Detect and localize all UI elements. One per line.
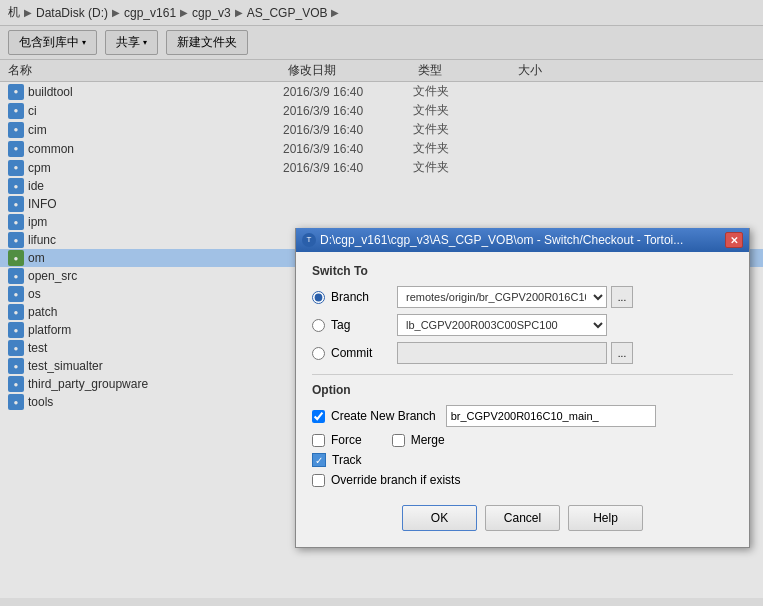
commit-radio-row: Commit ... [312,342,733,364]
commit-dropdown-row: ... [397,342,633,364]
tag-radio-row: Tag lb_CGPV200R003C00SPC100 [312,314,733,336]
tortoise-icon: T [302,233,316,247]
track-checkbox-visual: ✓ [312,453,326,467]
merge-label: Merge [411,433,445,447]
divider [312,374,733,375]
radio-group: Branch remotes/origin/br_CGPV200R016C10_… [312,286,733,364]
force-label: Force [331,433,362,447]
dialog-titlebar: T D:\cgp_v161\cgp_v3\AS_CGP_VOB\om - Swi… [296,228,749,252]
cancel-button[interactable]: Cancel [485,505,560,531]
create-new-branch-label: Create New Branch [331,409,436,423]
ok-button[interactable]: OK [402,505,477,531]
force-checkbox[interactable] [312,434,325,447]
merge-row: Merge [392,433,445,447]
create-branch-row: Create New Branch [312,405,733,427]
branch-dropdown-row: remotes/origin/br_CGPV200R016C10_main_ .… [397,286,633,308]
switch-to-label: Switch To [312,264,733,278]
branch-radio-label: Branch [331,290,391,304]
option-section: Option Create New Branch Force Merge [312,383,733,487]
branch-browse-button[interactable]: ... [611,286,633,308]
branch-radio-row: Branch remotes/origin/br_CGPV200R016C10_… [312,286,733,308]
new-branch-name-input[interactable] [446,405,656,427]
option-label: Option [312,383,733,397]
branch-radio[interactable] [312,291,325,304]
tag-dropdown-row: lb_CGPV200R003C00SPC100 [397,314,607,336]
commit-browse-button[interactable]: ... [611,342,633,364]
force-row: Force [312,433,362,447]
force-merge-row: Force Merge [312,433,733,447]
override-checkbox[interactable] [312,474,325,487]
help-button[interactable]: Help [568,505,643,531]
override-label: Override branch if exists [331,473,460,487]
dialog-close-button[interactable]: ✕ [725,232,743,248]
commit-input[interactable] [397,342,607,364]
tag-radio-label: Tag [331,318,391,332]
branch-select[interactable]: remotes/origin/br_CGPV200R016C10_main_ [397,286,607,308]
create-new-branch-checkbox[interactable] [312,410,325,423]
commit-radio[interactable] [312,347,325,360]
tag-select[interactable]: lb_CGPV200R003C00SPC100 [397,314,607,336]
tag-radio[interactable] [312,319,325,332]
track-row: ✓ Track [312,453,733,467]
merge-checkbox[interactable] [392,434,405,447]
commit-radio-label: Commit [331,346,391,360]
dialog-title-area: T D:\cgp_v161\cgp_v3\AS_CGP_VOB\om - Swi… [302,233,683,247]
dialog-body: Switch To Branch remotes/origin/br_CGPV2… [296,252,749,547]
track-label: Track [332,453,362,467]
dialog-title-text: D:\cgp_v161\cgp_v3\AS_CGP_VOB\om - Switc… [320,233,683,247]
override-row: Override branch if exists [312,473,733,487]
dialog-buttons: OK Cancel Help [312,497,733,535]
dialog-overlay: T D:\cgp_v161\cgp_v3\AS_CGP_VOB\om - Swi… [0,0,763,606]
switch-checkout-dialog: T D:\cgp_v161\cgp_v3\AS_CGP_VOB\om - Swi… [295,228,750,548]
